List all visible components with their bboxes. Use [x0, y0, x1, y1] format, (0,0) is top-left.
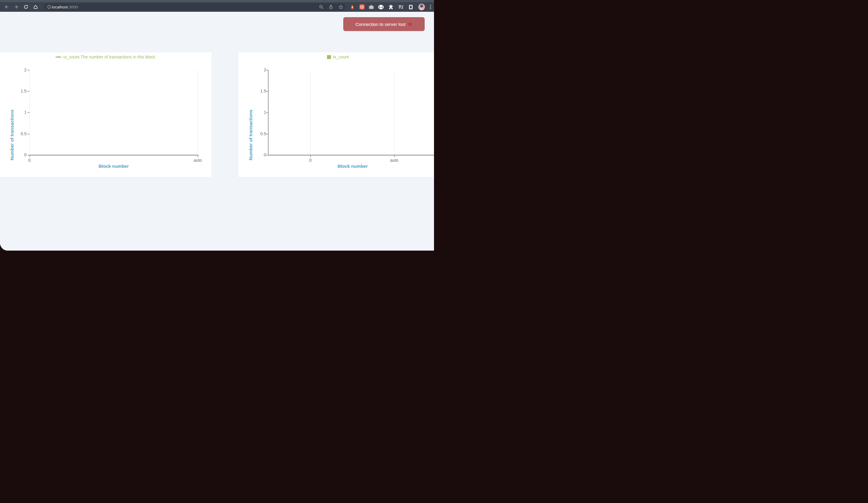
- json-viewer-extension-icon[interactable]: {…}: [378, 4, 384, 10]
- back-icon[interactable]: [4, 4, 9, 9]
- side-panel-icon[interactable]: [408, 4, 413, 10]
- line-series-legend-icon: [55, 56, 61, 57]
- bookmark-star-icon[interactable]: [339, 4, 343, 9]
- y-axis-title: Number of transactions: [9, 109, 14, 160]
- react-devtools-extension-icon[interactable]: [359, 4, 365, 10]
- bar-series-legend-icon: [327, 55, 331, 59]
- page-info-icon[interactable]: [47, 4, 52, 9]
- x-axis-title: Block number: [338, 164, 368, 169]
- profile-avatar[interactable]: [418, 3, 425, 10]
- url-text: localhost:3000: [52, 5, 78, 9]
- y-tick-label: 1.5: [11, 88, 27, 93]
- y-tick-label: 1.5: [251, 88, 266, 93]
- y-tick: [266, 112, 268, 113]
- y-tick-label: 1: [251, 110, 266, 115]
- line-chart-plot-area[interactable]: [30, 70, 198, 155]
- x-tick-label: 0: [304, 158, 317, 163]
- tx-count-bar-chart-card: tx_count 2 1.5 1 0.5 0 0 aut: [238, 52, 434, 177]
- y-tick-label: 2: [251, 67, 266, 72]
- tx-count-line-chart-card: tx_count The number of transactions in t…: [0, 52, 211, 177]
- x-tick-label: auto: [189, 158, 207, 163]
- lighthouse-extension-icon[interactable]: [350, 4, 355, 10]
- browser-menu-icon[interactable]: [428, 4, 433, 9]
- extensions-puzzle-icon[interactable]: [388, 4, 394, 10]
- line-chart-legend[interactable]: tx_count The number of transactions in t…: [0, 54, 211, 60]
- screenshot-camera-extension-icon[interactable]: [369, 4, 374, 10]
- bar-chart-legend-label: tx_count: [333, 54, 349, 59]
- page-content: Connection to server lost tx_count The n…: [0, 12, 434, 251]
- forward-icon[interactable]: [14, 4, 19, 9]
- url-port: :3000: [68, 5, 78, 9]
- y-tick: [28, 70, 30, 71]
- y-axis-title: Number of transactions: [248, 109, 253, 160]
- zoom-out-icon[interactable]: [319, 4, 324, 9]
- y-tick-label: 2: [11, 67, 27, 72]
- y-tick: [266, 134, 268, 134]
- y-tick-label: 0: [251, 153, 266, 157]
- gridline: [310, 70, 311, 155]
- x-tick: [198, 155, 198, 157]
- y-tick: [28, 112, 30, 113]
- bar-chart-plot-area[interactable]: [268, 70, 434, 155]
- x-tick: [310, 155, 311, 157]
- y-tick: [266, 91, 268, 92]
- url-host: localhost: [52, 5, 68, 9]
- window-titlebar: [0, 0, 434, 2]
- x-axis-title: Block number: [99, 164, 129, 169]
- toast-message: Connection to server lost: [355, 22, 406, 27]
- connection-lost-toast[interactable]: Connection to server lost: [343, 17, 425, 31]
- gridline: [198, 70, 198, 155]
- x-axis-line: [30, 155, 198, 155]
- y-tick: [266, 155, 268, 155]
- bar-chart-legend[interactable]: tx_count: [238, 54, 434, 60]
- gridline: [30, 70, 30, 155]
- browser-toolbar: localhost:3000 {…}: [0, 2, 434, 12]
- x-tick: [30, 155, 30, 157]
- x-tick: [394, 155, 395, 157]
- y-tick: [28, 155, 30, 155]
- gridline: [394, 70, 394, 155]
- line-chart-legend-label: tx_count The number of transactions in t…: [64, 54, 156, 59]
- y-tick: [266, 70, 268, 71]
- y-tick-label: 0.5: [251, 131, 266, 136]
- x-tick-label: 0: [23, 158, 35, 163]
- x-tick-label: auto: [385, 158, 403, 163]
- media-queue-icon[interactable]: [398, 4, 404, 10]
- reload-icon[interactable]: [23, 4, 28, 9]
- x-axis-line: [268, 155, 434, 155]
- y-tick: [28, 91, 30, 92]
- red-x-icon[interactable]: [408, 22, 412, 27]
- share-icon[interactable]: [329, 4, 333, 9]
- home-icon[interactable]: [33, 4, 38, 9]
- url-bar[interactable]: localhost:3000: [44, 3, 345, 11]
- y-tick: [28, 134, 30, 134]
- browser-window: localhost:3000 {…}: [0, 0, 434, 251]
